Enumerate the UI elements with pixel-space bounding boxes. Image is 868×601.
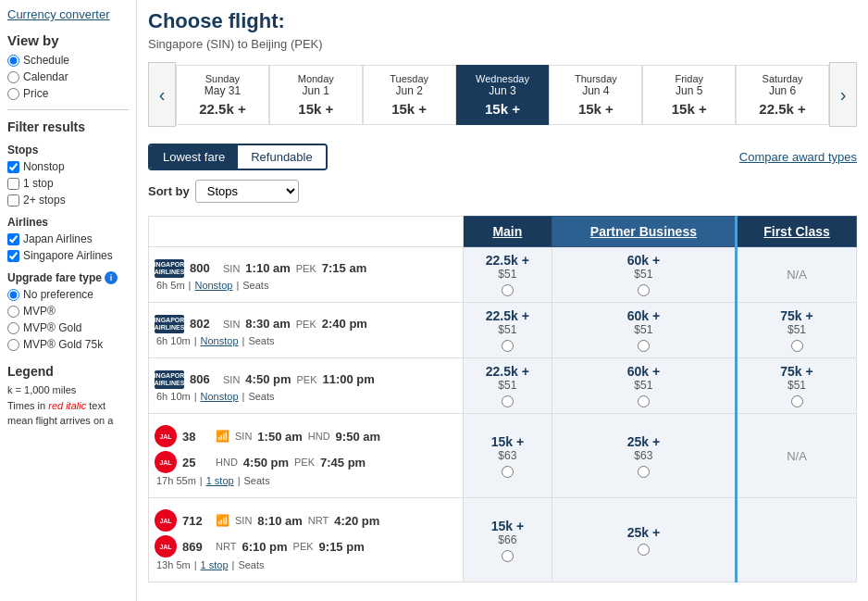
partner-price-cell: 60k + $51 — [552, 358, 736, 414]
main-col-header: Main — [464, 217, 552, 247]
table-row: SINGAPOREAIRLINES 800 SIN 1:10 am PEK 7:… — [149, 247, 857, 303]
page-title: Choose flight: — [148, 9, 857, 33]
date-cell-1[interactable]: Monday Jun 1 15k + — [269, 65, 363, 125]
date-cell-0[interactable]: Sunday May 31 22.5k + — [176, 65, 269, 125]
upgrade-no-pref[interactable]: No preference — [7, 288, 129, 301]
flight-info-cell: SINGAPOREAIRLINES 802 SIN 8:30 am PEK 2:… — [149, 303, 464, 358]
airline-jal[interactable]: Japan Airlines — [7, 232, 129, 245]
first-price-cell — [737, 498, 857, 582]
sidebar: Currency converter View by Schedule Cale… — [0, 0, 137, 601]
view-by-group: Schedule Calendar Price — [7, 54, 129, 100]
nonstop-link[interactable]: Nonstop — [201, 391, 239, 402]
upgrade-mvp-gold-75k[interactable]: MVP® Gold 75k — [7, 338, 129, 351]
upgrade-mvp-gold[interactable]: MVP® Gold — [7, 321, 129, 334]
date-cell-2[interactable]: Tuesday Jun 2 15k + — [363, 65, 456, 125]
jal-airline-logo: JAL — [155, 509, 177, 532]
table-row: SINGAPOREAIRLINES 802 SIN 8:30 am PEK 2:… — [149, 303, 857, 358]
sg-airline-logo: SINGAPOREAIRLINES — [155, 315, 184, 333]
date-cells: Sunday May 31 22.5k + Monday Jun 1 15k +… — [176, 65, 829, 125]
upgrade-info-icon[interactable]: i — [105, 271, 118, 284]
partner-price-cell: 60k + $51 — [552, 247, 736, 303]
main-price-cell: 22.5k + $51 — [464, 358, 552, 414]
stop-link[interactable]: 1 stop — [206, 475, 234, 486]
date-cell-6[interactable]: Saturday Jun 6 22.5k + — [736, 65, 829, 125]
partner-price-cell: 25k + — [552, 498, 736, 582]
table-row: JAL 38 📶 SIN 1:50 am HND 9:50 am JAL 25 — [149, 414, 857, 498]
main-content: Choose flight: Singapore (SIN) to Beijin… — [137, 0, 868, 601]
first-price-cell: N/A — [737, 414, 857, 498]
main-price-cell: 15k + $66 — [464, 498, 552, 582]
stops-title: Stops — [7, 144, 129, 157]
airline-sg[interactable]: Singapore Airlines — [7, 249, 129, 262]
compare-award-link[interactable]: Compare award types — [739, 150, 857, 164]
wifi-icon: 📶 — [216, 430, 229, 443]
fare-tab-lowest[interactable]: Lowest fare — [150, 145, 238, 169]
airlines-title: Airlines — [7, 216, 129, 229]
sg-airline-logo: SINGAPOREAIRLINES — [155, 370, 184, 389]
partner-price-cell: 25k + $63 — [552, 414, 736, 498]
view-price[interactable]: Price — [7, 87, 129, 100]
view-calendar[interactable]: Calendar — [7, 70, 129, 83]
flight-info-cell: JAL 38 📶 SIN 1:50 am HND 9:50 am JAL 25 — [149, 414, 464, 498]
first-price-cell: 75k + $51 — [737, 303, 857, 358]
fare-tabs: Lowest fare Refundable — [148, 144, 328, 170]
upgrade-group: No preference MVP® MVP® Gold MVP® Gold 7… — [7, 288, 129, 351]
flight-info-cell: SINGAPOREAIRLINES 806 SIN 4:50 pm PEK 11… — [149, 358, 464, 414]
partner-price-cell: 60k + $51 — [552, 303, 736, 358]
flight-info-cell: JAL 712 📶 SIN 8:10 am NRT 4:20 pm JAL 86… — [149, 498, 464, 582]
upgrade-title: Upgrade fare type i — [7, 271, 129, 284]
main-price-cell: 22.5k + $51 — [464, 303, 552, 358]
table-row: SINGAPOREAIRLINES 806 SIN 4:50 pm PEK 11… — [149, 358, 857, 414]
sort-label: Sort by — [148, 184, 190, 198]
legend: Legend k = 1,000 miles Times in red ital… — [7, 364, 129, 429]
filter-results-title: Filter results — [7, 119, 129, 134]
date-cell-3-active[interactable]: Wednesday Jun 3 15k + — [456, 65, 550, 125]
date-carousel: ‹ Sunday May 31 22.5k + Monday Jun 1 15k… — [148, 62, 857, 127]
jal-airline-logo: JAL — [155, 535, 177, 557]
table-row: JAL 712 📶 SIN 8:10 am NRT 4:20 pm JAL 86… — [149, 498, 857, 582]
first-price-cell: N/A — [737, 247, 857, 303]
main-price-cell: 22.5k + $51 — [464, 247, 552, 303]
partner-col-header: Partner Business — [552, 217, 736, 247]
currency-converter-link[interactable]: Currency converter — [7, 7, 129, 21]
carousel-prev-button[interactable]: ‹ — [148, 62, 176, 127]
legend-title: Legend — [7, 364, 129, 379]
date-cell-4[interactable]: Thursday Jun 4 15k + — [549, 65, 642, 125]
sort-area: Sort by Stops Duration Departure Arrival — [148, 180, 857, 203]
route-subtitle: Singapore (SIN) to Beijing (PEK) — [148, 37, 857, 51]
stops-group: Nonstop 1 stop 2+ stops — [7, 160, 129, 207]
stop-nonstop[interactable]: Nonstop — [7, 160, 129, 173]
sg-airline-logo: SINGAPOREAIRLINES — [155, 259, 184, 278]
date-cell-5[interactable]: Friday Jun 5 15k + — [642, 65, 736, 125]
fare-controls: Lowest fare Refundable Compare award typ… — [148, 144, 857, 170]
wifi-icon: 📶 — [216, 514, 229, 527]
flight-col-header — [149, 217, 464, 247]
view-schedule[interactable]: Schedule — [7, 54, 129, 67]
fare-tab-refundable[interactable]: Refundable — [238, 145, 326, 169]
nonstop-link[interactable]: Nonstop — [201, 335, 239, 346]
flight-table: Main Partner Business First Class — [148, 216, 857, 582]
legend-k: k = 1,000 miles — [7, 382, 129, 398]
airlines-group: Japan Airlines Singapore Airlines — [7, 232, 129, 262]
sort-select[interactable]: Stops Duration Departure Arrival — [195, 180, 299, 203]
stop-2plus[interactable]: 2+ stops — [7, 194, 129, 207]
jal-airline-logo: JAL — [155, 425, 177, 447]
first-col-header: First Class — [737, 217, 857, 247]
jal-airline-logo: JAL — [155, 451, 177, 473]
upgrade-mvp[interactable]: MVP® — [7, 305, 129, 318]
stop-link[interactable]: 1 stop — [201, 559, 229, 570]
nonstop-link[interactable]: Nonstop — [194, 280, 232, 291]
first-price-cell: 75k + $51 — [737, 358, 857, 414]
flight-info-cell: SINGAPOREAIRLINES 800 SIN 1:10 am PEK 7:… — [149, 247, 464, 303]
view-by-title: View by — [7, 32, 129, 48]
legend-time: Times in red italic text mean flight arr… — [7, 398, 129, 429]
main-price-cell: 15k + $63 — [464, 414, 552, 498]
stop-1stop[interactable]: 1 stop — [7, 177, 129, 190]
carousel-next-button[interactable]: › — [829, 62, 857, 127]
